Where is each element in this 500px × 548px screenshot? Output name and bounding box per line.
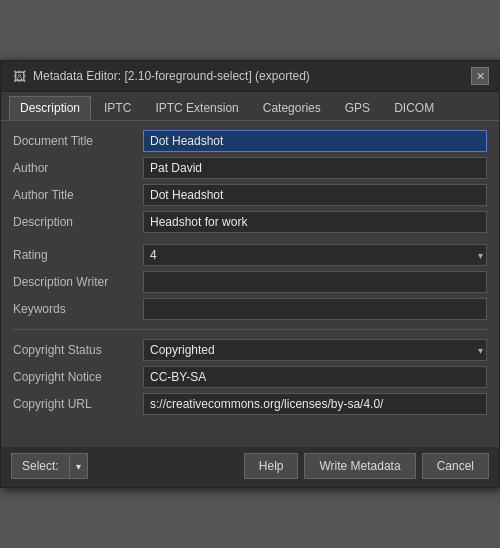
select-dropdown-arrow-icon: ▾ [76, 461, 81, 472]
author-title-label: Author Title [13, 188, 143, 202]
content-area: Document Title Author Author Title Descr… [1, 121, 499, 447]
copyright-notice-row: Copyright Notice [13, 365, 487, 389]
copyright-status-select-wrapper: Unknown Copyrighted Public Domain ▾ [143, 339, 487, 361]
description-writer-input[interactable] [143, 271, 487, 293]
select-main-button[interactable]: Select: [11, 453, 69, 479]
tab-gps[interactable]: GPS [334, 96, 381, 120]
tab-dicom[interactable]: DICOM [383, 96, 445, 120]
rating-row: Rating 0 1 2 3 4 5 ▾ [13, 243, 487, 267]
tab-categories[interactable]: Categories [252, 96, 332, 120]
author-label: Author [13, 161, 143, 175]
copyright-status-select[interactable]: Unknown Copyrighted Public Domain [143, 339, 487, 361]
author-input[interactable] [143, 157, 487, 179]
description-input[interactable] [143, 211, 487, 233]
title-bar: 🖼 Metadata Editor: [2.10-foreground-sele… [1, 61, 499, 92]
footer-bar: Select: ▾ Help Write Metadata Cancel [1, 447, 499, 487]
copyright-url-input[interactable] [143, 393, 487, 415]
copyright-url-row: Copyright URL [13, 392, 487, 416]
section-divider [13, 329, 487, 330]
copyright-url-label: Copyright URL [13, 397, 143, 411]
tab-iptc[interactable]: IPTC [93, 96, 142, 120]
cancel-button[interactable]: Cancel [422, 453, 489, 479]
footer-right: Help Write Metadata Cancel [244, 453, 489, 479]
author-title-input[interactable] [143, 184, 487, 206]
keywords-row: Keywords [13, 297, 487, 321]
app-icon: 🖼 [11, 68, 27, 84]
author-title-row: Author Title [13, 183, 487, 207]
copyright-status-row: Copyright Status Unknown Copyrighted Pub… [13, 338, 487, 362]
copyright-notice-input[interactable] [143, 366, 487, 388]
tab-description[interactable]: Description [9, 96, 91, 120]
select-dropdown-arrow-button[interactable]: ▾ [69, 453, 88, 479]
footer-left: Select: ▾ [11, 453, 88, 479]
window-title: Metadata Editor: [2.10-foreground-select… [33, 69, 310, 83]
document-title-input[interactable] [143, 130, 487, 152]
title-bar-left: 🖼 Metadata Editor: [2.10-foreground-sele… [11, 68, 310, 84]
metadata-editor-window: 🖼 Metadata Editor: [2.10-foreground-sele… [0, 60, 500, 488]
description-row: Description [13, 210, 487, 234]
keywords-input[interactable] [143, 298, 487, 320]
copyright-status-label: Copyright Status [13, 343, 143, 357]
document-title-label: Document Title [13, 134, 143, 148]
rating-select-wrapper: 0 1 2 3 4 5 ▾ [143, 244, 487, 266]
rating-label: Rating [13, 248, 143, 262]
close-button[interactable]: ✕ [471, 67, 489, 85]
write-metadata-button[interactable]: Write Metadata [304, 453, 415, 479]
keywords-label: Keywords [13, 302, 143, 316]
rating-select[interactable]: 0 1 2 3 4 5 [143, 244, 487, 266]
description-writer-label: Description Writer [13, 275, 143, 289]
copyright-notice-label: Copyright Notice [13, 370, 143, 384]
tab-iptc-extension[interactable]: IPTC Extension [144, 96, 249, 120]
help-button[interactable]: Help [244, 453, 299, 479]
author-row: Author [13, 156, 487, 180]
description-label: Description [13, 215, 143, 229]
document-title-row: Document Title [13, 129, 487, 153]
tabs-bar: Description IPTC IPTC Extension Categori… [1, 92, 499, 121]
select-dropdown: Select: ▾ [11, 453, 88, 479]
description-writer-row: Description Writer [13, 270, 487, 294]
